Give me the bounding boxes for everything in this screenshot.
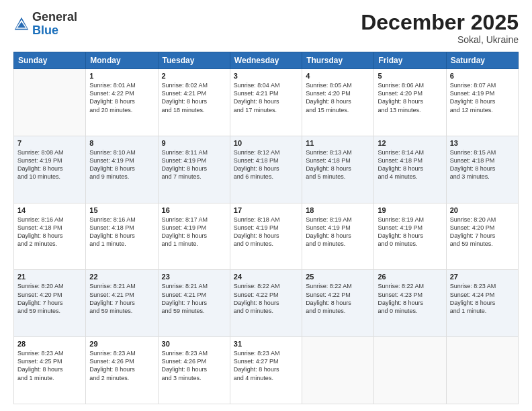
day-number: 31 — [234, 340, 298, 348]
title-block: December 2025 Sokal, Ukraine — [361, 11, 519, 45]
cell-info: Sunrise: 8:23 AMSunset: 4:27 PMDaylight:… — [234, 349, 298, 382]
page: General Blue December 2025 Sokal, Ukrain… — [0, 0, 532, 411]
calendar-cell: 22Sunrise: 8:21 AMSunset: 4:21 PMDayligh… — [86, 270, 158, 337]
day-number: 16 — [162, 206, 226, 214]
calendar-cell: 16Sunrise: 8:17 AMSunset: 4:19 PMDayligh… — [158, 203, 230, 270]
cell-info: Sunrise: 8:20 AMSunset: 4:20 PMDaylight:… — [450, 216, 515, 248]
day-number: 24 — [234, 273, 298, 281]
calendar-header-row: SundayMondayTuesdayWednesdayThursdayFrid… — [14, 52, 519, 69]
cell-info: Sunrise: 8:14 AMSunset: 4:18 PMDaylight:… — [378, 148, 442, 181]
calendar-cell: 20Sunrise: 8:20 AMSunset: 4:20 PMDayligh… — [446, 203, 518, 270]
day-header-friday: Friday — [374, 52, 446, 69]
calendar-cell: 13Sunrise: 8:15 AMSunset: 4:18 PMDayligh… — [446, 136, 518, 203]
day-number: 22 — [89, 273, 154, 281]
day-header-monday: Monday — [86, 52, 158, 69]
day-number: 8 — [89, 139, 154, 147]
calendar-week-row: 28Sunrise: 8:23 AMSunset: 4:25 PMDayligh… — [14, 337, 519, 404]
day-number: 7 — [17, 139, 82, 147]
calendar-cell: 1Sunrise: 8:01 AMSunset: 4:22 PMDaylight… — [86, 69, 158, 136]
day-number: 11 — [306, 139, 370, 147]
calendar-cell: 12Sunrise: 8:14 AMSunset: 4:18 PMDayligh… — [374, 136, 446, 203]
day-number: 5 — [378, 72, 442, 80]
cell-info: Sunrise: 8:19 AMSunset: 4:19 PMDaylight:… — [378, 216, 442, 248]
cell-info: Sunrise: 8:16 AMSunset: 4:18 PMDaylight:… — [17, 216, 82, 248]
cell-info: Sunrise: 8:07 AMSunset: 4:19 PMDaylight:… — [450, 81, 515, 114]
day-header-sunday: Sunday — [14, 52, 86, 69]
day-number: 2 — [162, 72, 226, 80]
calendar-cell: 14Sunrise: 8:16 AMSunset: 4:18 PMDayligh… — [14, 203, 86, 270]
month-title: December 2025 — [361, 11, 519, 34]
day-number: 1 — [89, 72, 154, 80]
calendar-cell: 30Sunrise: 8:23 AMSunset: 4:26 PMDayligh… — [158, 337, 230, 404]
cell-info: Sunrise: 8:22 AMSunset: 4:22 PMDaylight:… — [234, 282, 298, 315]
cell-info: Sunrise: 8:02 AMSunset: 4:21 PMDaylight:… — [162, 81, 226, 114]
cell-info: Sunrise: 8:23 AMSunset: 4:26 PMDaylight:… — [162, 349, 226, 382]
calendar-cell: 6Sunrise: 8:07 AMSunset: 4:19 PMDaylight… — [446, 69, 518, 136]
calendar-cell: 7Sunrise: 8:08 AMSunset: 4:19 PMDaylight… — [14, 136, 86, 203]
day-number: 17 — [234, 206, 298, 214]
calendar-week-row: 21Sunrise: 8:20 AMSunset: 4:20 PMDayligh… — [14, 270, 519, 337]
calendar-cell: 29Sunrise: 8:23 AMSunset: 4:26 PMDayligh… — [86, 337, 158, 404]
logo-general-text: General — [32, 10, 77, 24]
day-number: 19 — [378, 206, 442, 214]
day-number: 23 — [162, 273, 226, 281]
day-number: 9 — [162, 139, 226, 147]
calendar-cell: 8Sunrise: 8:10 AMSunset: 4:19 PMDaylight… — [86, 136, 158, 203]
day-number: 15 — [89, 206, 154, 214]
calendar-cell: 15Sunrise: 8:16 AMSunset: 4:18 PMDayligh… — [86, 203, 158, 270]
day-header-thursday: Thursday — [302, 52, 374, 69]
calendar-cell: 9Sunrise: 8:11 AMSunset: 4:19 PMDaylight… — [158, 136, 230, 203]
logo-blue-text: Blue — [32, 24, 58, 37]
calendar-cell: 24Sunrise: 8:22 AMSunset: 4:22 PMDayligh… — [230, 270, 302, 337]
day-number: 26 — [378, 273, 442, 281]
cell-info: Sunrise: 8:22 AMSunset: 4:22 PMDaylight:… — [306, 282, 370, 315]
calendar-week-row: 7Sunrise: 8:08 AMSunset: 4:19 PMDaylight… — [14, 136, 519, 203]
day-header-tuesday: Tuesday — [158, 52, 230, 69]
calendar-cell: 26Sunrise: 8:22 AMSunset: 4:23 PMDayligh… — [374, 270, 446, 337]
logo-text: General Blue — [32, 11, 77, 38]
cell-info: Sunrise: 8:18 AMSunset: 4:19 PMDaylight:… — [234, 216, 298, 248]
calendar-cell: 18Sunrise: 8:19 AMSunset: 4:19 PMDayligh… — [302, 203, 374, 270]
day-number: 6 — [450, 72, 515, 80]
cell-info: Sunrise: 8:16 AMSunset: 4:18 PMDaylight:… — [89, 216, 154, 248]
calendar-cell — [14, 69, 86, 136]
cell-info: Sunrise: 8:23 AMSunset: 4:24 PMDaylight:… — [450, 282, 515, 315]
day-number: 18 — [306, 206, 370, 214]
calendar-cell — [374, 337, 446, 404]
calendar-cell: 27Sunrise: 8:23 AMSunset: 4:24 PMDayligh… — [446, 270, 518, 337]
cell-info: Sunrise: 8:10 AMSunset: 4:19 PMDaylight:… — [89, 148, 154, 181]
day-number: 3 — [234, 72, 298, 80]
day-number: 12 — [378, 139, 442, 147]
cell-info: Sunrise: 8:23 AMSunset: 4:26 PMDaylight:… — [89, 349, 154, 382]
cell-info: Sunrise: 8:17 AMSunset: 4:19 PMDaylight:… — [162, 216, 226, 248]
day-header-saturday: Saturday — [446, 52, 518, 69]
calendar-cell: 3Sunrise: 8:04 AMSunset: 4:21 PMDaylight… — [230, 69, 302, 136]
calendar-cell — [302, 337, 374, 404]
day-number: 28 — [17, 340, 82, 348]
calendar-cell: 5Sunrise: 8:06 AMSunset: 4:20 PMDaylight… — [374, 69, 446, 136]
calendar-cell: 25Sunrise: 8:22 AMSunset: 4:22 PMDayligh… — [302, 270, 374, 337]
calendar-cell: 21Sunrise: 8:20 AMSunset: 4:20 PMDayligh… — [14, 270, 86, 337]
day-number: 20 — [450, 206, 515, 214]
cell-info: Sunrise: 8:23 AMSunset: 4:25 PMDaylight:… — [17, 349, 82, 382]
calendar-cell: 17Sunrise: 8:18 AMSunset: 4:19 PMDayligh… — [230, 203, 302, 270]
cell-info: Sunrise: 8:11 AMSunset: 4:19 PMDaylight:… — [162, 148, 226, 181]
calendar-table: SundayMondayTuesdayWednesdayThursdayFrid… — [13, 52, 519, 404]
day-number: 27 — [450, 273, 515, 281]
day-number: 29 — [89, 340, 154, 348]
cell-info: Sunrise: 8:05 AMSunset: 4:20 PMDaylight:… — [306, 81, 370, 114]
cell-info: Sunrise: 8:04 AMSunset: 4:21 PMDaylight:… — [234, 81, 298, 114]
calendar-cell: 11Sunrise: 8:13 AMSunset: 4:18 PMDayligh… — [302, 136, 374, 203]
cell-info: Sunrise: 8:20 AMSunset: 4:20 PMDaylight:… — [17, 282, 82, 315]
calendar-cell: 28Sunrise: 8:23 AMSunset: 4:25 PMDayligh… — [14, 337, 86, 404]
cell-info: Sunrise: 8:12 AMSunset: 4:18 PMDaylight:… — [234, 148, 298, 181]
cell-info: Sunrise: 8:15 AMSunset: 4:18 PMDaylight:… — [450, 148, 515, 181]
calendar-cell: 2Sunrise: 8:02 AMSunset: 4:21 PMDaylight… — [158, 69, 230, 136]
calendar-week-row: 1Sunrise: 8:01 AMSunset: 4:22 PMDaylight… — [14, 69, 519, 136]
day-number: 21 — [17, 273, 82, 281]
day-number: 14 — [17, 206, 82, 214]
cell-info: Sunrise: 8:21 AMSunset: 4:21 PMDaylight:… — [89, 282, 154, 315]
calendar-cell: 19Sunrise: 8:19 AMSunset: 4:19 PMDayligh… — [374, 203, 446, 270]
logo-icon — [13, 16, 30, 32]
calendar-cell: 31Sunrise: 8:23 AMSunset: 4:27 PMDayligh… — [230, 337, 302, 404]
